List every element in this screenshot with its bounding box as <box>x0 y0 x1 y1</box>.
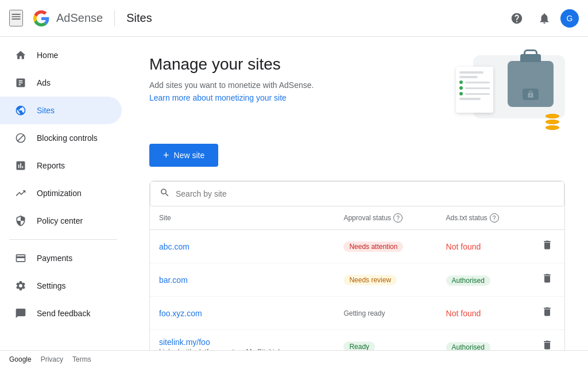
hero-text: Manage your sites Add sites you want to … <box>149 55 314 102</box>
notifications-button[interactable] <box>533 7 556 30</box>
search-icon <box>160 187 170 201</box>
sidebar: Home Ads Sites Blocking controls Reports <box>0 37 126 350</box>
delete-icon <box>541 306 553 317</box>
sites-icon <box>14 105 28 116</box>
sidebar-blocking-label: Blocking controls <box>37 133 98 143</box>
google-logo-icon <box>30 10 53 26</box>
hero-title: Manage your sites <box>149 55 314 74</box>
ads-txt-status: Not found <box>446 309 481 318</box>
sidebar-item-home[interactable]: Home <box>0 41 122 69</box>
page-title: Sites <box>126 12 152 25</box>
ads-txt-info-icon[interactable]: ? <box>490 213 499 223</box>
table-row: abc.comNeeds attentionNot found <box>150 230 564 263</box>
footer-google: Google <box>9 355 32 363</box>
delete-site-button[interactable] <box>539 270 555 289</box>
sidebar-item-blocking[interactable]: Blocking controls <box>0 124 122 152</box>
sidebar-home-label: Home <box>37 51 58 60</box>
footer-terms[interactable]: Terms <box>72 355 91 363</box>
table-row: bar.comNeeds reviewAuthorised <box>150 263 564 297</box>
approval-badge: Ready <box>343 342 375 351</box>
search-input[interactable] <box>176 189 555 198</box>
ads-txt-status: Not found <box>446 242 481 251</box>
delete-site-button[interactable] <box>539 337 555 350</box>
delete-icon <box>541 339 553 350</box>
footer-privacy[interactable]: Privacy <box>41 355 63 363</box>
hero-link[interactable]: Learn more about monetizing your site <box>149 93 287 102</box>
block-icon <box>14 132 28 144</box>
site-link[interactable]: sitelink.my/foo <box>159 338 210 347</box>
site-link[interactable]: foo.xyz.com <box>159 309 202 318</box>
header-divider <box>114 10 115 26</box>
search-bar <box>150 181 564 206</box>
sidebar-item-payments[interactable]: Payments <box>0 244 122 272</box>
delete-icon <box>541 273 553 284</box>
illus-briefcase <box>508 61 554 107</box>
avatar[interactable]: G <box>560 9 579 28</box>
sidebar-item-sites[interactable]: Sites <box>0 97 122 124</box>
illus-document <box>456 67 493 113</box>
illus-coins <box>546 114 559 130</box>
new-site-button[interactable]: + New site <box>149 144 218 167</box>
table-row: foo.xyz.comGetting readyNot found <box>150 297 564 330</box>
sidebar-ads-label: Ads <box>37 78 51 87</box>
logo-adsense-text: AdSense <box>56 12 103 25</box>
sidebar-feedback-label: Send feedback <box>37 309 90 318</box>
app-header: AdSense Sites G <box>0 0 588 37</box>
col-approval: Approval status ? <box>334 206 436 230</box>
ads-txt-status: Authorised <box>446 275 490 286</box>
ads-txt-status: Authorised <box>446 342 490 351</box>
menu-icon[interactable] <box>9 10 23 26</box>
logo: AdSense <box>30 10 103 26</box>
delete-site-button[interactable] <box>539 304 555 323</box>
sidebar-item-optimization[interactable]: Optimization <box>0 179 122 207</box>
sidebar-item-feedback[interactable]: Send feedback <box>0 300 122 327</box>
sidebar-sites-label: Sites <box>37 106 55 115</box>
illus-case-handle <box>524 49 537 57</box>
approval-badge: Needs attention <box>343 241 403 252</box>
site-link[interactable]: bar.com <box>159 275 188 285</box>
col-ads-txt: Ads.txt status ? <box>437 206 530 230</box>
approval-badge: Needs review <box>343 275 397 285</box>
sites-table: Site Approval status ? Ads.txt stat <box>150 206 564 350</box>
hero-section: Manage your sites Add sites you want to … <box>149 55 565 130</box>
sidebar-reports-label: Reports <box>37 161 65 170</box>
policy-icon <box>14 215 28 227</box>
sidebar-item-reports[interactable]: Reports <box>0 152 122 179</box>
feedback-icon <box>14 308 28 319</box>
delete-icon <box>541 239 553 251</box>
optimization-icon <box>14 187 28 199</box>
settings-icon <box>14 280 28 292</box>
sidebar-payments-label: Payments <box>37 254 72 263</box>
sidebar-item-settings[interactable]: Settings <box>0 272 122 300</box>
sidebar-item-ads[interactable]: Ads <box>0 69 122 97</box>
hero-desc: Add sites you want to monetize with AdSe… <box>149 80 314 90</box>
sidebar-optimization-label: Optimization <box>37 189 82 198</box>
home-icon <box>14 49 28 61</box>
hero-illustration <box>450 55 565 130</box>
approval-info-icon[interactable]: ? <box>393 213 403 223</box>
sidebar-item-policy[interactable]: Policy center <box>0 207 122 235</box>
sidebar-settings-label: Settings <box>37 281 66 290</box>
header-actions: G <box>505 7 579 30</box>
help-button[interactable] <box>505 7 528 30</box>
plus-icon: + <box>163 150 169 162</box>
site-link[interactable]: abc.com <box>159 242 189 251</box>
reports-icon <box>14 160 28 171</box>
approval-badge: Getting ready <box>343 308 390 319</box>
col-actions <box>530 206 564 230</box>
sites-table-container: Site Approval status ? Ads.txt stat <box>149 181 565 350</box>
col-site: Site <box>150 206 334 230</box>
page-footer: Google Privacy Terms <box>0 350 588 368</box>
ads-icon <box>14 77 28 89</box>
delete-site-button[interactable] <box>539 237 555 256</box>
payments-icon <box>14 252 28 264</box>
table-row: sitelink.my/fooLinked with platform part… <box>150 330 564 351</box>
sidebar-policy-label: Policy center <box>37 216 83 225</box>
main-content: Manage your sites Add sites you want to … <box>126 37 588 350</box>
main-layout: Home Ads Sites Blocking controls Reports <box>0 37 588 350</box>
new-site-label: New site <box>174 151 205 160</box>
